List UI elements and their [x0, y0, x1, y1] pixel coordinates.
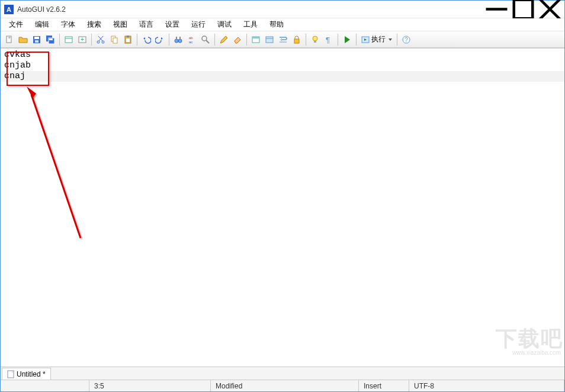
paste-icon	[123, 35, 133, 44]
svg-text:+: +	[81, 36, 84, 43]
toolbar-separator	[214, 34, 215, 46]
eraser-icon	[233, 35, 242, 44]
lock-button[interactable]	[290, 33, 303, 46]
svg-line-19	[98, 36, 102, 41]
minimize-button[interactable]	[483, 1, 510, 18]
svg-point-16	[97, 41, 99, 43]
menubar: 文件 编辑 字体 搜索 视图 语言 设置 运行 调试 工具 帮助	[1, 18, 564, 31]
menu-settings[interactable]: 设置	[159, 18, 185, 31]
svg-rect-38	[294, 39, 299, 43]
svg-text:ac: ac	[189, 40, 192, 44]
toolbar-separator	[397, 34, 397, 46]
panel1-button[interactable]	[249, 33, 262, 46]
close-button[interactable]	[537, 1, 563, 18]
tab-label: Untitled *	[17, 370, 46, 378]
maximize-button[interactable]	[510, 1, 537, 18]
new-file-button[interactable]: +	[3, 33, 16, 46]
cut-button[interactable]	[94, 33, 107, 46]
menu-debug[interactable]: 调试	[211, 18, 237, 31]
window-list-button[interactable]	[62, 33, 75, 46]
editor-line: cnjab	[4, 60, 31, 70]
redo-button[interactable]	[153, 33, 166, 46]
status-encoding: UTF-8	[409, 380, 564, 391]
copy-button[interactable]	[108, 33, 121, 46]
menu-search[interactable]: 搜索	[81, 18, 107, 31]
menu-language[interactable]: 语言	[133, 18, 159, 31]
save-all-button[interactable]	[44, 33, 57, 46]
toolbar-separator	[169, 34, 169, 46]
toolbar-separator	[59, 34, 60, 46]
svg-point-39	[313, 36, 317, 41]
highlight-button[interactable]	[309, 33, 322, 46]
panel2-button[interactable]	[263, 33, 276, 46]
toolbar-separator	[338, 34, 338, 46]
svg-point-17	[102, 41, 104, 43]
app-window: A AutoGUI v2.6.2 文件 编辑 字体 搜索 视图 语言 设置 运行…	[0, 0, 565, 392]
svg-rect-23	[127, 36, 129, 37]
editor-content[interactable]: cvkas cnjab cnaj	[1, 49, 564, 367]
pencil-icon	[219, 35, 229, 44]
svg-rect-12	[65, 37, 72, 43]
run-button[interactable]	[341, 33, 354, 46]
pilcrow-icon: ¶	[324, 35, 333, 44]
editor-line: cnaj	[4, 71, 25, 81]
help-button[interactable]: ?	[400, 33, 413, 46]
paste-button[interactable]	[121, 33, 134, 46]
svg-rect-7	[34, 37, 39, 39]
open-button[interactable]	[17, 33, 30, 46]
execute-label: 执行	[370, 34, 388, 44]
svg-point-31	[202, 36, 207, 41]
binoculars-icon	[174, 35, 183, 44]
svg-line-32	[206, 40, 209, 43]
replace-button[interactable]: abac	[185, 33, 198, 46]
clear-button[interactable]	[231, 33, 244, 46]
search-button[interactable]	[199, 33, 212, 46]
pilcrow-button[interactable]: ¶	[322, 33, 335, 46]
svg-text:ab: ab	[189, 36, 193, 40]
redo-icon	[155, 35, 165, 44]
pencil-button[interactable]	[217, 33, 230, 46]
menu-font[interactable]: 字体	[55, 18, 81, 31]
document-tab[interactable]: Untitled *	[2, 368, 51, 380]
wrap-icon	[278, 35, 288, 44]
titlebar: A AutoGUI v2.6.2	[1, 1, 564, 18]
app-icon: A	[4, 5, 14, 14]
menu-tools[interactable]: 工具	[237, 18, 264, 31]
svg-rect-28	[179, 37, 181, 40]
svg-text:+: +	[8, 35, 11, 41]
add-panel-button[interactable]: +	[76, 33, 89, 46]
menu-file[interactable]: 文件	[3, 18, 29, 31]
menu-run[interactable]: 运行	[185, 18, 211, 31]
status-modified: Modified	[211, 380, 359, 391]
svg-text:¶: ¶	[326, 36, 330, 44]
toolbar-separator	[356, 34, 357, 46]
status-mode: Insert	[359, 380, 409, 391]
status-empty	[1, 380, 89, 391]
undo-button[interactable]	[140, 33, 153, 46]
editor-area[interactable]: cvkas cnjab cnaj 下载吧 www.xiazaiba.com	[1, 48, 564, 367]
svg-rect-21	[113, 38, 117, 43]
status-cursor: 3:5	[89, 380, 211, 391]
save-button[interactable]	[30, 33, 43, 46]
toolbar-separator	[246, 34, 247, 46]
window-title: AutoGUI v2.6.2	[17, 5, 483, 14]
window-icon	[64, 35, 73, 44]
find-button[interactable]	[172, 33, 185, 46]
svg-line-18	[99, 36, 103, 41]
svg-rect-35	[266, 37, 273, 43]
help-icon: ?	[402, 35, 411, 44]
wrap-button[interactable]	[277, 33, 290, 46]
menu-view[interactable]: 视图	[107, 18, 133, 31]
folder-open-icon	[18, 35, 28, 44]
menu-help[interactable]: 帮助	[264, 18, 290, 31]
menu-edit[interactable]: 编辑	[29, 18, 55, 31]
tabbar: Untitled *	[1, 367, 564, 380]
new-file-icon: +	[5, 35, 14, 44]
save-icon	[32, 35, 41, 44]
document-icon	[7, 370, 14, 378]
editor-line: cvkas	[4, 50, 31, 60]
svg-rect-27	[176, 37, 177, 40]
execute-button[interactable]: 执行	[359, 33, 394, 46]
toolbar-separator	[137, 34, 137, 46]
statusbar: 3:5 Modified Insert UTF-8	[1, 380, 564, 391]
